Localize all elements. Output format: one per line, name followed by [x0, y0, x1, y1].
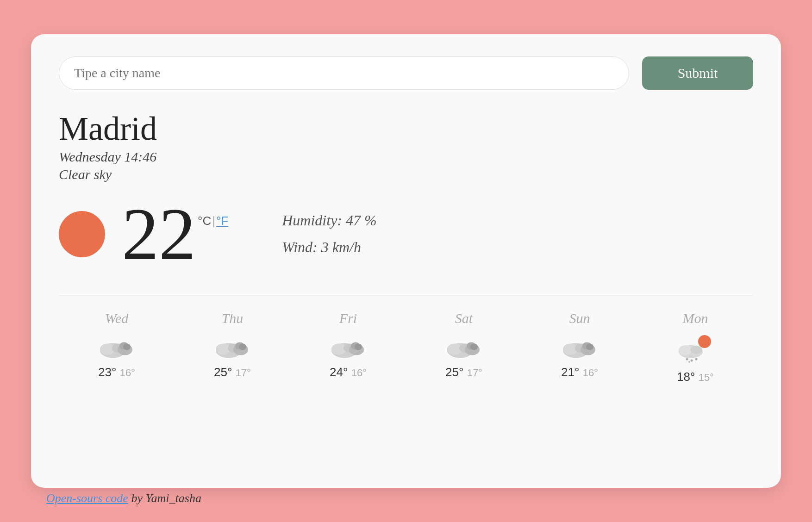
forecast-day-thu: Thu 25° 17° [175, 311, 290, 379]
day-name-fri: Fri [339, 311, 357, 326]
svg-point-23 [470, 344, 478, 350]
svg-point-29 [586, 344, 593, 350]
lo-fri: 16° [351, 367, 367, 379]
lo-thu: 17° [236, 367, 251, 379]
forecast-row: Wed 23° 16° Thu [59, 295, 753, 384]
svg-point-35 [691, 360, 693, 362]
temps-fri: 24° 16° [330, 365, 367, 379]
svg-point-5 [123, 344, 131, 350]
temps-mon: 18° 15° [677, 370, 714, 384]
forecast-day-fri: Fri 24° 16° [290, 311, 406, 379]
forecast-day-mon: Mon 18° 15° [637, 311, 753, 384]
day-name-thu: Thu [222, 311, 244, 326]
hi-fri: 24° [330, 365, 348, 379]
search-row: Submit [59, 56, 753, 90]
temps-thu: 25° 17° [214, 365, 251, 379]
footer: Open-sours code by Yami_tasha [46, 491, 201, 505]
unit-separator: | [212, 215, 215, 227]
lo-mon: 15° [699, 372, 714, 383]
humidity-label: Humidity: 47 % [282, 207, 376, 234]
forecast-day-wed: Wed 23° 16° [59, 311, 175, 379]
cloud-icon-sun [561, 332, 598, 360]
svg-point-33 [690, 346, 702, 354]
city-name: Madrid [59, 112, 753, 145]
cloud-icon-thu [214, 332, 251, 360]
hi-mon: 18° [677, 370, 695, 384]
footer-suffix: by Yami_tasha [128, 491, 201, 505]
hi-sun: 21° [561, 365, 579, 379]
forecast-day-sat: Sat 25° 17° [406, 311, 522, 379]
svg-point-17 [355, 344, 362, 350]
temps-sat: 25° 17° [445, 365, 482, 379]
day-name-mon: Mon [683, 311, 708, 326]
lo-sat: 17° [467, 367, 482, 379]
city-condition: Clear sky [59, 167, 753, 182]
sun-icon [59, 211, 105, 257]
weather-card: Submit Madrid Wednesday 14:46 Clear sky … [31, 34, 781, 488]
svg-point-34 [686, 358, 688, 360]
day-name-wed: Wed [105, 311, 129, 326]
hi-sat: 25° [445, 365, 463, 379]
day-name-sat: Sat [455, 311, 473, 326]
svg-point-37 [688, 361, 690, 363]
temperature-display: 22 °C|°F [122, 201, 228, 267]
temperature-number: 22 [122, 201, 196, 267]
main-weather: 22 °C|°F Humidity: 47 % Wind: 3 km/h [59, 201, 753, 267]
temperature-units: °C|°F [198, 201, 228, 227]
celsius-unit: °C [198, 215, 211, 227]
hi-thu: 25° [214, 365, 232, 379]
day-name-sun: Sun [569, 311, 590, 326]
submit-button[interactable]: Submit [642, 56, 753, 90]
search-input[interactable] [59, 56, 629, 90]
cloud-icon-sat [445, 332, 482, 360]
wind-label: Wind: 3 km/h [282, 234, 376, 261]
temps-wed: 23° 16° [98, 365, 135, 379]
open-source-link[interactable]: Open-sours code [46, 491, 128, 505]
svg-point-11 [239, 344, 246, 350]
city-datetime: Wednesday 14:46 [59, 149, 753, 165]
lo-wed: 16° [120, 367, 135, 379]
temps-sun: 21° 16° [561, 365, 598, 379]
hi-wed: 23° [98, 365, 116, 379]
svg-point-30 [698, 335, 711, 348]
svg-point-36 [695, 358, 698, 360]
weather-stats: Humidity: 47 % Wind: 3 km/h [282, 207, 376, 261]
svg-point-32 [679, 345, 692, 355]
cloud-icon-fri [330, 332, 367, 360]
cloud-icon-mon [677, 332, 714, 364]
lo-sun: 16° [583, 367, 598, 379]
unit-label: °C|°F [198, 215, 228, 227]
forecast-day-sun: Sun 21° 16° [522, 311, 637, 379]
fahrenheit-unit[interactable]: °F [216, 215, 228, 227]
cloud-icon-wed [98, 332, 135, 360]
